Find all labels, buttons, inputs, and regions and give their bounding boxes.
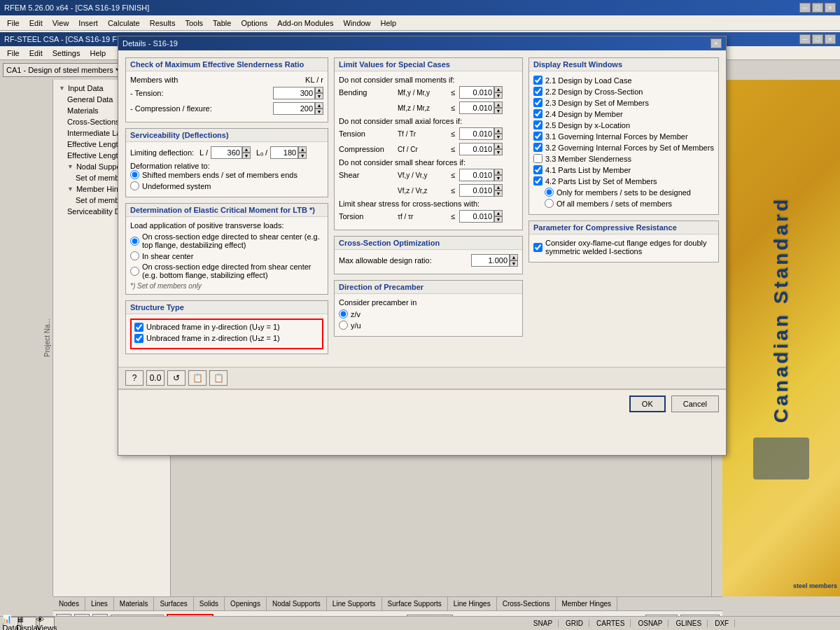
status-glines[interactable]: GLINES [670, 620, 708, 627]
tab-cross-sections[interactable]: Cross-Sections [497, 597, 556, 610]
l-spin-down[interactable]: ▼ [242, 153, 251, 159]
menu-file[interactable]: File [3, 18, 24, 29]
tension-lv-input[interactable] [459, 127, 494, 140]
close-btn[interactable]: × [825, 3, 836, 13]
drw-radio2[interactable] [545, 199, 554, 208]
tab-line-hinges[interactable]: Line Hinges [448, 597, 497, 610]
l0-input[interactable] [270, 146, 298, 159]
status-osnap[interactable]: OSNAP [632, 620, 668, 627]
bending-input[interactable] [459, 86, 494, 99]
precamber-radio2[interactable] [339, 321, 348, 330]
drw-check-2-5[interactable] [533, 120, 542, 130]
menu-window[interactable]: Window [339, 18, 374, 29]
menu-table[interactable]: Table [209, 18, 235, 29]
modal-tool-help[interactable]: ? [125, 370, 144, 386]
l0-spin-up[interactable]: ▲ [298, 146, 307, 153]
drw-check-2-2[interactable] [533, 87, 542, 96]
tab-materials[interactable]: Materials [114, 597, 155, 610]
status-display-btn[interactable]: 🖥 Display [21, 617, 36, 631]
tension-input[interactable] [273, 87, 315, 99]
compression-spin-down[interactable]: ▼ [315, 108, 323, 115]
ltb-radio3[interactable] [130, 267, 139, 276]
drw-check-4-2[interactable] [533, 176, 542, 186]
status-dxf[interactable]: DXF [709, 620, 735, 627]
modal-cancel-btn[interactable]: Cancel [671, 396, 719, 412]
drw-check-3-2[interactable] [533, 143, 542, 152]
modal-ok-btn[interactable]: OK [629, 396, 666, 412]
menu-options[interactable]: Options [237, 18, 272, 29]
tab-nodal-supports[interactable]: Nodal Supports [267, 597, 327, 610]
deformation-radio2[interactable] [130, 181, 139, 190]
drw-check-3-1[interactable] [533, 132, 542, 141]
status-snap[interactable]: SNAP [528, 620, 559, 627]
shear2-lv-input[interactable] [459, 184, 494, 197]
inner-menu-help[interactable]: Help [85, 48, 110, 59]
oxy-flame-checkbox[interactable] [533, 243, 542, 252]
section-slenderness: Check of Maximum Effective Slenderness R… [125, 57, 328, 122]
deformation-radio1[interactable] [130, 170, 139, 179]
menu-calculate[interactable]: Calculate [104, 18, 144, 29]
status-cartes[interactable]: CARTES [591, 620, 631, 627]
tab-member-hinges[interactable]: Member Hinges [556, 597, 617, 610]
status-views-btn[interactable]: 👁 Views [39, 617, 55, 631]
tension-spinner[interactable]: ▲ ▼ [315, 87, 323, 99]
menu-results[interactable]: Results [146, 18, 180, 29]
max-ratio-input[interactable] [471, 254, 510, 267]
unbraced-y-checkbox[interactable] [134, 323, 144, 332]
menu-help[interactable]: Help [377, 18, 401, 29]
drw-check-2-1[interactable] [533, 76, 542, 85]
modal-tool-undo[interactable]: ↺ [167, 370, 186, 386]
drw-check-2-4[interactable] [533, 109, 542, 118]
precamber-radio1[interactable] [339, 309, 348, 318]
menu-insert[interactable]: Insert [74, 18, 102, 29]
compression-input[interactable] [273, 102, 315, 115]
inner-menu-settings[interactable]: Settings [48, 48, 85, 59]
tension-spin-up[interactable]: ▲ [315, 87, 323, 93]
ltb-radio2[interactable] [130, 251, 139, 260]
unbraced-z-checkbox[interactable] [134, 334, 144, 343]
ca-dropdown[interactable]: CA1 - Design of steel members [3, 63, 125, 77]
drw-radio1[interactable] [545, 188, 554, 197]
tab-nodes[interactable]: Nodes [53, 597, 85, 610]
inner-menu-file[interactable]: File [3, 48, 24, 59]
minimize-btn[interactable]: ─ [799, 3, 811, 13]
l-spinner[interactable]: ▲ ▼ [242, 146, 251, 159]
drw-check-4-1[interactable] [533, 165, 542, 174]
tab-surfaces[interactable]: Surfaces [154, 597, 193, 610]
bending2-spinner[interactable]: ▲ ▼ [494, 102, 503, 114]
shear-lv-input[interactable] [459, 169, 494, 181]
compression-lv-input[interactable] [459, 143, 494, 155]
tab-line-supports[interactable]: Line Supports [327, 597, 382, 610]
compression-spinner[interactable]: ▲ ▼ [315, 102, 323, 115]
l-spin-up[interactable]: ▲ [242, 146, 251, 153]
inner-menu-edit[interactable]: Edit [25, 48, 47, 59]
tension-spin-down[interactable]: ▼ [315, 93, 323, 99]
menu-tools[interactable]: Tools [181, 18, 207, 29]
modal-tool-copy2[interactable]: 📋 [209, 370, 227, 386]
status-grid[interactable]: GRID [560, 620, 589, 627]
menu-edit[interactable]: Edit [25, 18, 47, 29]
inner-minimize-btn[interactable]: ─ [799, 34, 811, 44]
bending-spinner[interactable]: ▲ ▼ [494, 86, 503, 99]
menu-view[interactable]: View [48, 18, 74, 29]
ltb-radio1[interactable] [130, 237, 139, 246]
tab-surface-supports[interactable]: Surface Supports [382, 597, 448, 610]
l-input[interactable] [211, 146, 242, 159]
modal-tool-zero[interactable]: 0.0 [146, 370, 164, 386]
torsion-lv-input[interactable] [459, 210, 494, 223]
l0-spinner[interactable]: ▲ ▼ [298, 146, 307, 159]
tab-openings[interactable]: Openings [225, 597, 267, 610]
l0-spin-down[interactable]: ▼ [298, 153, 307, 159]
drw-check-2-3[interactable] [533, 98, 542, 107]
inner-maximize-btn[interactable]: □ [812, 34, 823, 44]
modal-close-btn[interactable]: × [710, 38, 722, 48]
modal-tool-copy1[interactable]: 📋 [188, 370, 206, 386]
tab-solids[interactable]: Solids [194, 597, 225, 610]
maximize-btn[interactable]: □ [812, 3, 823, 13]
tab-lines[interactable]: Lines [85, 597, 114, 610]
drw-check-3-3[interactable] [533, 154, 542, 163]
bending2-input[interactable] [459, 102, 494, 114]
compression-spin-up[interactable]: ▲ [315, 102, 323, 108]
inner-close-btn[interactable]: × [825, 34, 836, 44]
menu-addons[interactable]: Add-on Modules [273, 18, 337, 29]
